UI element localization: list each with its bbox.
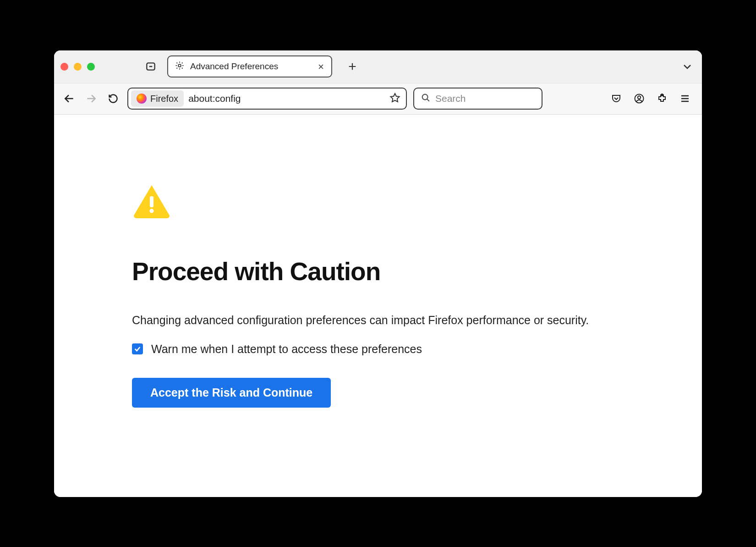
identity-label: Firefox: [150, 94, 178, 104]
identity-box[interactable]: Firefox: [131, 90, 184, 107]
warn-checkbox-row: Warn me when I attempt to access these p…: [132, 343, 702, 356]
warn-checkbox[interactable]: [132, 343, 143, 354]
url-text: about:config: [188, 93, 385, 104]
url-bar[interactable]: Firefox about:config: [127, 88, 407, 110]
warn-checkbox-label: Warn me when I attempt to access these p…: [151, 343, 422, 356]
list-all-tabs-button[interactable]: [679, 58, 696, 75]
account-icon[interactable]: [632, 92, 646, 105]
new-tab-button[interactable]: [344, 58, 361, 75]
window-controls: [60, 63, 95, 71]
navigation-toolbar: Firefox about:config: [54, 83, 702, 115]
minimize-window-button[interactable]: [74, 63, 82, 71]
svg-point-2: [178, 64, 181, 67]
search-icon: [421, 93, 431, 105]
firefox-logo-icon: [137, 94, 147, 104]
maximize-window-button[interactable]: [87, 63, 95, 71]
svg-marker-9: [391, 94, 400, 102]
svg-line-11: [427, 99, 429, 101]
close-tab-button[interactable]: [317, 62, 325, 71]
hamburger-menu-icon[interactable]: [678, 92, 692, 105]
browser-tab[interactable]: Advanced Preferences: [167, 55, 332, 77]
svg-rect-18: [150, 196, 153, 207]
extensions-icon[interactable]: [655, 92, 669, 105]
overflow-panel-icon[interactable]: [142, 58, 159, 75]
reload-button[interactable]: [105, 91, 121, 106]
search-bar[interactable]: [413, 88, 542, 110]
page-body-text: Changing advanced configuration preferen…: [132, 314, 636, 327]
svg-point-19: [150, 209, 154, 213]
back-button[interactable]: [61, 91, 77, 106]
warning-triangle-icon: [132, 183, 702, 220]
search-input[interactable]: [435, 93, 535, 104]
tab-strip: Advanced Preferences: [54, 50, 702, 83]
bookmark-star-icon[interactable]: [389, 92, 400, 105]
gear-icon: [175, 61, 185, 72]
page-heading: Proceed with Caution: [132, 257, 702, 286]
close-window-button[interactable]: [60, 63, 68, 71]
browser-window: Advanced Preferences Firefox: [54, 50, 702, 497]
svg-point-13: [638, 96, 641, 99]
tab-title: Advanced Preferences: [190, 61, 311, 72]
svg-point-10: [422, 94, 428, 100]
toolbar-right: [609, 92, 695, 105]
forward-button[interactable]: [83, 91, 99, 106]
pocket-icon[interactable]: [609, 92, 623, 105]
accept-risk-button[interactable]: Accept the Risk and Continue: [132, 378, 331, 408]
page-content: Proceed with Caution Changing advanced c…: [54, 115, 702, 497]
